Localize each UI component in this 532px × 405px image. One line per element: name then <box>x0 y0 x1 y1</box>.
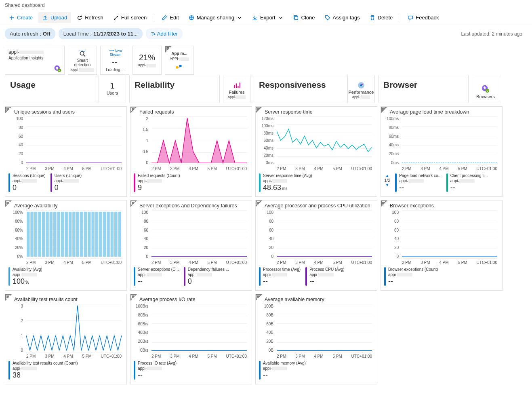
performance-tile[interactable]: Performanceappi- <box>347 75 375 103</box>
download-icon <box>252 15 258 21</box>
chart-title: Average page load time breakdown <box>384 109 499 115</box>
svg-rect-32 <box>111 212 114 257</box>
svg-rect-14 <box>42 212 45 257</box>
svg-rect-25 <box>84 212 87 257</box>
browsers-icon <box>481 84 490 93</box>
chart-title: Server exceptions and Dependency failure… <box>134 203 248 209</box>
chart-io[interactable]: Average process I/O rate 100B/s80B/s60B/… <box>130 294 252 384</box>
svg-rect-29 <box>99 212 102 257</box>
upload-button[interactable]: Upload <box>38 12 71 23</box>
chevron-down-icon <box>237 15 242 21</box>
time-range-pill[interactable]: Local Time : 11/17/2023 to 11... <box>59 28 143 39</box>
chart-title: Server response time <box>259 109 374 115</box>
svg-rect-5 <box>179 65 182 67</box>
chart-title: Failed requests <box>134 109 248 115</box>
fullscreen-icon <box>113 15 119 21</box>
fullscreen-button[interactable]: Full screen <box>109 12 151 23</box>
filter-plus-icon <box>151 32 156 36</box>
autorefresh-pill[interactable]: Auto refresh : Off <box>5 28 55 39</box>
chart-memory[interactable]: Average available memory 100B80B60B40B20… <box>255 294 377 384</box>
svg-rect-31 <box>107 212 110 257</box>
upload-icon <box>42 15 48 21</box>
lightbulb-check-icon <box>54 65 62 73</box>
svg-rect-20 <box>65 212 68 257</box>
percent-tile[interactable]: 21% appi- <box>132 46 162 75</box>
svg-rect-28 <box>95 212 99 257</box>
assign-tags-button[interactable]: Assign tags <box>321 12 364 23</box>
svg-rect-19 <box>61 212 64 257</box>
magnifier-icon <box>78 49 87 57</box>
pencil-icon <box>162 15 167 21</box>
svg-rect-12 <box>34 212 38 257</box>
appinsights-tile[interactable]: appi- Application Insights <box>5 46 65 75</box>
separator <box>400 14 400 22</box>
chart-availtest[interactable]: Availability test results count 3210 2 P… <box>5 294 127 384</box>
browsers-tile[interactable]: Browsers <box>472 75 499 103</box>
live-stream-tile[interactable]: ⟿ Live Stream -- Loading... <box>100 46 129 75</box>
appmap-icon <box>175 63 184 72</box>
breadcrumb[interactable]: Shared dashboard <box>0 0 532 11</box>
filter-bar: Auto refresh : Off Local Time : 11/17/20… <box>0 25 532 42</box>
failures-tile[interactable]: Failuresappi- <box>223 75 250 103</box>
edit-button[interactable]: Edit <box>158 12 183 23</box>
chart-sessions[interactable]: Unique sessions and users 100806040200 2… <box>5 106 127 197</box>
chart-browserex[interactable]: Browser exceptions 100806040200 2 PM3 PM… <box>381 200 503 291</box>
plus-icon <box>9 15 15 21</box>
svg-rect-24 <box>80 212 83 257</box>
svg-rect-30 <box>103 212 106 257</box>
svg-rect-13 <box>38 212 41 257</box>
export-button[interactable]: Export <box>248 12 288 23</box>
svg-rect-18 <box>57 212 60 257</box>
chart-cpu[interactable]: Average processor and process CPU utiliz… <box>255 200 377 291</box>
svg-rect-34 <box>118 212 122 257</box>
svg-point-7 <box>360 84 362 86</box>
chart-title: Average available memory <box>259 297 374 302</box>
feedback-icon <box>408 15 413 21</box>
chart-avail[interactable]: Average availability 100%80%60%40%20%0% … <box>5 200 127 291</box>
svg-rect-10 <box>27 212 30 257</box>
app-map-tile[interactable]: App m... APPI- <box>165 46 194 75</box>
responsiveness-title: Responsiveness <box>254 75 344 103</box>
add-filter-button[interactable]: Add filter <box>146 28 183 39</box>
reliability-title: Reliability <box>129 75 220 103</box>
create-button[interactable]: Create <box>5 12 37 23</box>
svg-rect-4 <box>176 66 179 69</box>
clone-button[interactable]: Clone <box>289 12 319 23</box>
chart-server_resp[interactable]: Server response time 120ms100ms80ms60ms4… <box>255 106 377 197</box>
svg-rect-11 <box>30 212 34 257</box>
refresh-button[interactable]: Refresh <box>73 12 107 23</box>
performance-icon <box>357 82 365 89</box>
chart-title: Availability test results count <box>8 297 123 302</box>
browser-title: Browser <box>378 75 469 103</box>
separator <box>154 14 154 22</box>
svg-rect-23 <box>76 212 80 257</box>
last-updated: Last updated: 2 minutes ago <box>461 31 527 37</box>
delete-button[interactable]: Delete <box>366 12 397 23</box>
svg-rect-0 <box>294 16 298 19</box>
failures-icon <box>233 82 240 89</box>
clone-icon <box>293 15 299 21</box>
chart-title: Browser exceptions <box>384 203 499 209</box>
svg-rect-27 <box>91 212 95 257</box>
svg-point-9 <box>486 89 489 93</box>
trash-icon <box>370 15 375 21</box>
svg-rect-33 <box>114 212 118 257</box>
svg-rect-16 <box>50 212 53 257</box>
toolbar: Create Upload Refresh Full screen Edit M… <box>0 11 532 25</box>
feedback-button[interactable]: Feedback <box>404 12 443 23</box>
tag-icon <box>325 15 330 21</box>
svg-rect-17 <box>53 212 57 257</box>
svg-rect-26 <box>88 212 91 257</box>
svg-rect-15 <box>46 212 49 257</box>
smart-detection-tile[interactable]: Smart detection appi- <box>68 46 97 75</box>
users-count-tile[interactable]: 1Users <box>99 75 126 103</box>
manage-sharing-button[interactable]: Manage sharing <box>185 12 246 23</box>
chart-pageload[interactable]: Average page load time breakdown 100ms80… <box>381 106 503 197</box>
share-icon <box>189 15 194 21</box>
chart-serverex[interactable]: Server exceptions and Dependency failure… <box>130 200 252 291</box>
svg-rect-21 <box>69 212 72 257</box>
chart-title: Unique sessions and users <box>8 109 123 115</box>
chart-title: Average availability <box>8 203 123 209</box>
chart-failed[interactable]: Failed requests 21.510.50 2 PM3 PM4 PM5 … <box>130 106 252 197</box>
svg-rect-22 <box>72 212 76 257</box>
